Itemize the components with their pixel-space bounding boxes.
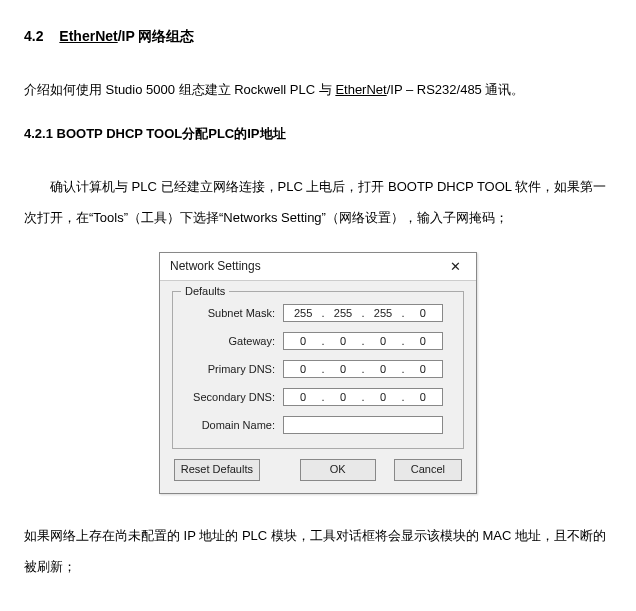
dialog-button-row: Reset Defaults OK Cancel [172,459,464,481]
secondary-dns-row: Secondary DNS: 0. 0. 0. 0 [183,388,453,406]
subnet-octet-3[interactable]: 0 [406,307,440,319]
gateway-octet-2[interactable]: 0 [366,335,400,347]
intro-text-b: /IP – RS232/485 通讯。 [387,82,525,97]
section-number: 4.2 [24,28,43,44]
section-title-underline: EtherNet [59,28,117,44]
sdns-octet-2[interactable]: 0 [366,391,400,403]
dialog-title-text: Network Settings [170,259,261,273]
gateway-octet-0[interactable]: 0 [286,335,320,347]
sdns-octet-1[interactable]: 0 [326,391,360,403]
subnet-row: Subnet Mask: 255. 255. 255. 0 [183,304,453,322]
fieldset-legend: Defaults [181,285,229,297]
secondary-dns-input[interactable]: 0. 0. 0. 0 [283,388,443,406]
cancel-button[interactable]: Cancel [394,459,462,481]
ethernet-link: EtherNet [335,82,386,97]
primary-dns-label: Primary DNS: [183,363,275,375]
pdns-octet-0[interactable]: 0 [286,363,320,375]
defaults-fieldset: Defaults Subnet Mask: 255. 255. 255. 0 G… [172,291,464,449]
gateway-octet-3[interactable]: 0 [406,335,440,347]
paragraph-1: 确认计算机与 PLC 已经建立网络连接，PLC 上电后，打开 BOOTP DHC… [24,171,612,233]
subsection-number: 4.2.1 [24,126,53,141]
sdns-octet-3[interactable]: 0 [406,391,440,403]
domain-input[interactable] [283,416,443,434]
domain-row: Domain Name: [183,416,453,434]
reset-defaults-button[interactable]: Reset Defaults [174,459,260,481]
primary-dns-row: Primary DNS: 0. 0. 0. 0 [183,360,453,378]
subnet-octet-1[interactable]: 255 [326,307,360,319]
pdns-octet-1[interactable]: 0 [326,363,360,375]
gateway-label: Gateway: [183,335,275,347]
close-icon[interactable]: ✕ [442,259,468,274]
secondary-dns-label: Secondary DNS: [183,391,275,403]
gateway-octet-1[interactable]: 0 [326,335,360,347]
subnet-octet-0[interactable]: 255 [286,307,320,319]
subsection-title-text: BOOTP DHCP TOOL分配PLC的IP地址 [57,126,286,141]
ok-button[interactable]: OK [300,459,376,481]
network-settings-dialog: Network Settings ✕ Defaults Subnet Mask:… [159,252,477,494]
gateway-row: Gateway: 0. 0. 0. 0 [183,332,453,350]
subnet-octet-2[interactable]: 255 [366,307,400,319]
sdns-octet-0[interactable]: 0 [286,391,320,403]
pdns-octet-2[interactable]: 0 [366,363,400,375]
domain-label: Domain Name: [183,419,275,431]
paragraph-2: 如果网络上存在尚未配置的 IP 地址的 PLC 模块，工具对话框将会显示该模块的… [24,520,612,582]
gateway-input[interactable]: 0. 0. 0. 0 [283,332,443,350]
dialog-body: Defaults Subnet Mask: 255. 255. 255. 0 G… [160,281,476,493]
intro-paragraph: 介绍如何使用 Studio 5000 组态建立 Rockwell PLC 与 E… [24,74,612,105]
section-title-rest: /IP 网络组态 [118,28,195,44]
subnet-label: Subnet Mask: [183,307,275,319]
intro-text-a: 介绍如何使用 Studio 5000 组态建立 Rockwell PLC 与 [24,82,335,97]
subnet-input[interactable]: 255. 255. 255. 0 [283,304,443,322]
section-heading: 4.2 EtherNet/IP 网络组态 [24,28,612,46]
subsection-heading: 4.2.1 BOOTP DHCP TOOL分配PLC的IP地址 [24,125,612,143]
pdns-octet-3[interactable]: 0 [406,363,440,375]
primary-dns-input[interactable]: 0. 0. 0. 0 [283,360,443,378]
dialog-titlebar: Network Settings ✕ [160,253,476,281]
